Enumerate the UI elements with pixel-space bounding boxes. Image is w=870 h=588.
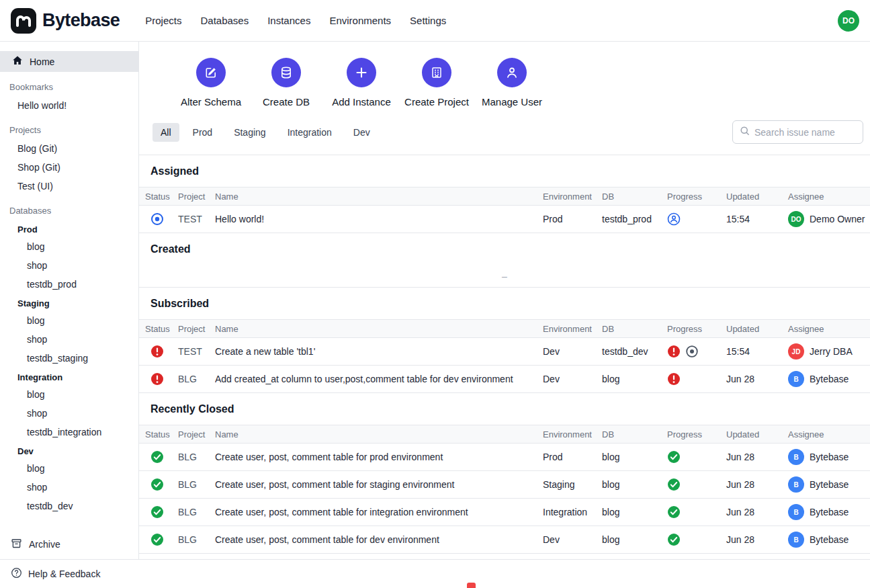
filter-tab-prod[interactable]: Prod — [185, 123, 221, 142]
sidebar-db-staging-blog[interactable]: blog — [0, 311, 138, 330]
sidebar-item-test-ui[interactable]: Test (UI) — [0, 177, 138, 196]
sidebar-db-staging-shop[interactable]: shop — [0, 330, 138, 349]
column-header-status: Status — [145, 429, 178, 439]
bytebase-brand[interactable]: Bytebase — [11, 8, 120, 34]
issue-project: BLG — [178, 534, 215, 545]
plus-icon — [347, 58, 376, 87]
assignee-avatar: B — [788, 532, 804, 548]
sidebar-env-integration[interactable]: Integration — [0, 368, 138, 385]
quick-action-manage-user[interactable]: Manage User — [474, 58, 550, 108]
issue-row[interactable]: BLGCreate user, post, comment table for … — [139, 526, 870, 554]
user-avatar[interactable]: DO — [838, 10, 859, 32]
issue-name[interactable]: Create user, post, comment table for pro… — [215, 452, 543, 462]
search-input[interactable] — [754, 127, 856, 138]
database-icon — [271, 58, 301, 87]
issue-updated: Jun 28 — [726, 534, 788, 545]
column-header-assignee: Assignee — [788, 429, 870, 439]
sidebar-db-dev-testdb-dev[interactable]: testdb_dev — [0, 497, 138, 515]
sidebar-item-home[interactable]: Home — [0, 51, 138, 72]
issue-name[interactable]: Create user, post, comment table for int… — [215, 507, 543, 517]
issue-db: blog — [602, 534, 667, 545]
issue-environment: Dev — [543, 534, 602, 545]
column-header-status: Status — [145, 324, 178, 334]
issue-name[interactable]: Add created_at column to user,post,comme… — [215, 374, 543, 384]
help-feedback-button[interactable]: Help & Feedback — [11, 567, 100, 581]
sidebar-section-databases: Databases — [0, 196, 138, 220]
filter-tab-integration[interactable]: Integration — [279, 123, 340, 142]
sidebar-home-label: Home — [30, 56, 54, 67]
sidebar-db-prod-shop[interactable]: shop — [0, 256, 138, 275]
quick-action-create-db[interactable]: Create DB — [249, 58, 324, 108]
issue-name[interactable]: Create a new table 'tbl1' — [215, 346, 543, 357]
issue-row[interactable]: BLGAdd created_at column to user,post,co… — [139, 366, 870, 393]
nav-item-settings[interactable]: Settings — [410, 11, 446, 30]
error-status-icon — [145, 372, 178, 386]
filter-tab-all[interactable]: All — [153, 123, 179, 142]
quick-action-create-project[interactable]: Create Project — [399, 58, 474, 108]
issue-name[interactable]: Hello world! — [215, 214, 543, 224]
nav-item-instances[interactable]: Instances — [267, 11, 310, 30]
issue-row[interactable]: BLGCreate user, post, comment table for … — [139, 444, 870, 471]
sidebar-env-prod[interactable]: Prod — [0, 220, 138, 237]
column-header-name: Name — [215, 429, 543, 439]
main-nav: ProjectsDatabasesInstancesEnvironmentsSe… — [145, 11, 446, 30]
issue-db: blog — [602, 479, 667, 490]
issue-environment: Prod — [543, 452, 602, 462]
issue-updated: Jun 28 — [726, 507, 788, 517]
done-status-icon — [145, 533, 178, 546]
sidebar-item-shop-git[interactable]: Shop (Git) — [0, 158, 138, 177]
section-title: Recently Closed — [139, 393, 870, 425]
sidebar-db-integration-blog[interactable]: blog — [0, 385, 138, 404]
column-header-project: Project — [178, 429, 215, 439]
issue-row[interactable]: TESTHello world!Prodtestdb_prod15:54DODe… — [139, 206, 870, 233]
done-icon — [667, 478, 681, 491]
sidebar-item-hello-world[interactable]: Hello world! — [0, 96, 138, 115]
section-title: Subscribed — [139, 288, 870, 319]
assignee-avatar: JD — [788, 343, 804, 360]
sidebar-db-prod-blog[interactable]: blog — [0, 237, 138, 256]
assignee-name: Bytebase — [810, 374, 849, 384]
column-header-name: Name — [215, 192, 543, 202]
assignee-name: Jerry DBA — [810, 346, 853, 357]
sidebar-db-dev-shop[interactable]: shop — [0, 478, 138, 497]
sidebar-env-dev[interactable]: Dev — [0, 442, 138, 459]
sidebar-item-archive[interactable]: Archive — [0, 532, 138, 559]
sidebar-db-staging-testdb-staging[interactable]: testdb_staging — [0, 349, 138, 368]
quick-actions: Alter SchemaCreate DBAdd InstanceCreate … — [173, 58, 870, 108]
sidebar-item-blog-git[interactable]: Blog (Git) — [0, 139, 138, 158]
quick-action-alter-schema[interactable]: Alter Schema — [173, 58, 249, 108]
issue-row[interactable]: BLGCreate user, post, comment table for … — [139, 499, 870, 526]
done-icon — [667, 533, 681, 546]
issue-updated: 15:54 — [726, 346, 788, 357]
main-content: Alter SchemaCreate DBAdd InstanceCreate … — [139, 42, 870, 559]
sidebar-section-bookmarks: Bookmarks — [0, 72, 138, 96]
devtools-icon[interactable] — [467, 583, 476, 588]
filter-tab-staging[interactable]: Staging — [226, 123, 273, 142]
issue-name[interactable]: Create user, post, comment table for sta… — [215, 479, 543, 490]
issue-progress — [667, 372, 726, 386]
issue-project: TEST — [178, 214, 215, 224]
sidebar-db-integration-shop[interactable]: shop — [0, 404, 138, 423]
issue-row[interactable]: TESTCreate a new table 'tbl1'Devtestdb_d… — [139, 338, 870, 366]
nav-item-databases[interactable]: Databases — [200, 11, 249, 30]
search-box[interactable] — [732, 120, 863, 144]
issue-row[interactable]: BLGCreate user, post, comment table for … — [139, 471, 870, 499]
assignee-avatar: B — [788, 476, 804, 493]
issue-db: blog — [602, 374, 667, 384]
sidebar-db-dev-blog[interactable]: blog — [0, 459, 138, 478]
nav-item-projects[interactable]: Projects — [145, 11, 181, 30]
column-header-environment: Environment — [543, 192, 602, 202]
quick-action-add-instance[interactable]: Add Instance — [324, 58, 399, 108]
issue-name[interactable]: Create user, post, comment table for dev… — [215, 534, 543, 545]
quick-action-label: Manage User — [482, 96, 542, 108]
error-status-icon — [145, 345, 178, 358]
filter-tab-dev[interactable]: Dev — [345, 123, 378, 142]
sidebar-body: BookmarksHello world!ProjectsBlog (Git)S… — [0, 72, 138, 515]
help-feedback-label: Help & Feedback — [28, 569, 100, 579]
issue-progress — [667, 478, 726, 491]
nav-item-environments[interactable]: Environments — [329, 11, 391, 30]
sidebar-db-prod-testdb-prod[interactable]: testdb_prod — [0, 275, 138, 294]
sidebar-env-staging[interactable]: Staging — [0, 294, 138, 311]
issue-environment: Prod — [543, 214, 602, 224]
sidebar-db-integration-testdb-integration[interactable]: testdb_integration — [0, 423, 138, 442]
